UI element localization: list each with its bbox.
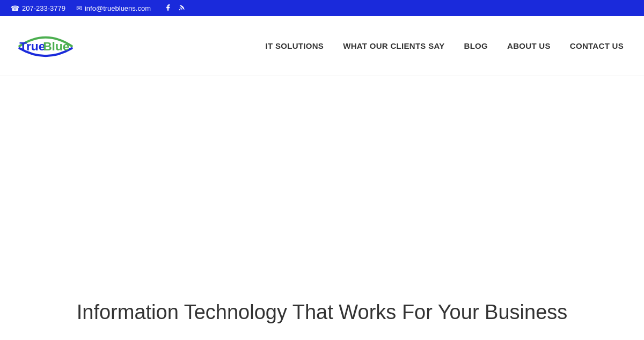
logo[interactable]: True Blue: [11, 25, 80, 68]
svg-text:True: True: [19, 39, 45, 53]
top-bar: ☎ 207-233-3779 ✉ info@truebluens.com: [0, 0, 644, 16]
hero-headline: Information Technology That Works For Yo…: [77, 301, 568, 324]
hero-section: Information Technology That Works For Yo…: [0, 76, 644, 340]
nav-item-clients-say[interactable]: WHAT OUR CLIENTS SAY: [333, 41, 454, 50]
svg-text:Blue: Blue: [43, 39, 69, 53]
social-icons: [164, 4, 186, 13]
phone-icon: ☎: [11, 4, 19, 12]
nav: IT SOLUTIONS WHAT OUR CLIENTS SAY BLOG A…: [256, 41, 633, 50]
logo-area[interactable]: True Blue: [11, 25, 80, 68]
email-icon: ✉: [76, 4, 82, 12]
phone-number: ☎ 207-233-3779: [11, 4, 65, 12]
email-link[interactable]: info@truebluens.com: [85, 4, 151, 12]
nav-item-blog[interactable]: BLOG: [455, 41, 498, 50]
facebook-icon[interactable]: [164, 4, 172, 13]
email-address[interactable]: ✉ info@truebluens.com: [76, 4, 151, 12]
nav-item-about-us[interactable]: ABOUT US: [497, 41, 560, 50]
nav-item-it-solutions[interactable]: IT SOLUTIONS: [256, 41, 334, 50]
rss-icon[interactable]: [178, 4, 186, 13]
header: True Blue IT SOLUTIONS WHAT OUR CLIENTS …: [0, 16, 644, 76]
nav-item-contact-us[interactable]: CONTACT US: [560, 41, 633, 50]
svg-point-0: [179, 9, 180, 10]
phone-text: 207-233-3779: [22, 4, 65, 12]
